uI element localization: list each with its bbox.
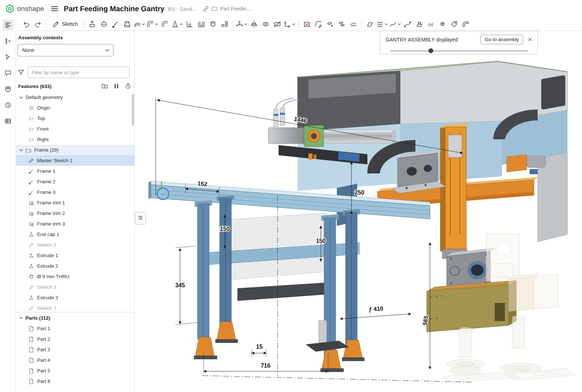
insert-panel-button[interactable] <box>3 36 13 47</box>
helix-button[interactable] <box>375 19 388 29</box>
part-row-4[interactable]: Part 4 <box>16 355 134 365</box>
tree-item-frame-3[interactable]: Frame 3 <box>16 187 134 197</box>
part-row-3[interactable]: Part 3 <box>16 344 134 355</box>
share-link-icon[interactable] <box>203 5 209 12</box>
tree-folder-frame[interactable]: Frame (29) <box>16 145 134 155</box>
circular-pattern-button[interactable] <box>235 19 248 29</box>
sheet-metal-button[interactable] <box>460 19 471 29</box>
parts-header-row[interactable]: Parts (112) <box>16 312 134 323</box>
document-version[interactable]: B3 - Sand... <box>168 6 197 12</box>
tree-item-extrude-2[interactable]: Extrude 2 <box>16 261 134 271</box>
tree-item-extrude-1[interactable]: Extrude 1 <box>16 250 134 261</box>
curve-button[interactable] <box>388 19 402 29</box>
app-header: onshape Part Feeding Machine Gantry B3 -… <box>0 0 582 17</box>
tree-item-frame-trim-3[interactable]: Frame trim 3 <box>16 219 134 229</box>
part-row-1[interactable]: Part 1 <box>16 323 134 334</box>
draft-button[interactable] <box>171 19 184 29</box>
tree-item-extrude-3[interactable]: Extrude 3 <box>16 292 134 303</box>
boolean-button[interactable] <box>260 19 271 29</box>
tree-item-end-cap-1[interactable]: End cap 1 <box>16 229 134 240</box>
derived-button[interactable] <box>436 19 448 29</box>
tree-scrollbar[interactable] <box>132 94 134 125</box>
bom-panel-button[interactable] <box>3 116 13 127</box>
transform-button[interactable] <box>283 19 296 29</box>
close-icon[interactable]: ✕ <box>527 36 533 43</box>
loft-button[interactable] <box>121 19 133 29</box>
redo-button[interactable] <box>32 19 44 29</box>
tree-item-default-geometry[interactable]: Default geometry <box>16 92 134 103</box>
tree-item-frame-2[interactable]: Frame 2 <box>16 176 134 187</box>
chevron-down-icon <box>19 95 23 100</box>
tree-item-top-plane[interactable]: Top <box>16 113 134 124</box>
breadcrumb[interactable]: Part Feedin... <box>220 6 251 12</box>
dim-15: 15 <box>256 344 263 350</box>
feature-list-panel-button[interactable] <box>3 20 13 31</box>
onshape-logo[interactable]: onshape <box>5 4 44 13</box>
fillet-button[interactable] <box>146 19 159 29</box>
filter-input[interactable] <box>28 67 129 78</box>
viewport-3d[interactable]: 1446 152 250 150 150 345 ƒ 410 565 15 71… <box>135 31 582 392</box>
rib-button[interactable] <box>184 19 195 29</box>
modify-fillet-button[interactable] <box>312 19 324 29</box>
hamburger-menu-icon[interactable] <box>51 5 59 13</box>
part-row-2[interactable]: Part 2 <box>16 334 134 344</box>
extrude-button[interactable] <box>86 19 98 29</box>
tree-item-origin[interactable]: Origin <box>16 103 134 113</box>
thicken-button[interactable] <box>133 19 146 29</box>
sweep-button[interactable] <box>109 19 121 29</box>
model-panel-button[interactable] <box>3 84 13 95</box>
chevron-down-icon <box>19 316 23 320</box>
context-history-slider[interactable] <box>390 48 528 53</box>
mirror-button[interactable] <box>248 19 260 29</box>
tree-item-sketch-3[interactable]: Sketch 3 <box>16 282 134 292</box>
variable-button[interactable]: (x) <box>425 19 436 29</box>
tree-item-frame-trim-2[interactable]: Frame trim 2 <box>16 208 134 219</box>
select-panel-button[interactable] <box>3 52 13 63</box>
document-title: Part Feeding Machine Gantry <box>64 5 164 13</box>
feature-tree: Default geometry Origin Top Front Right <box>16 92 134 312</box>
project-curve-button[interactable] <box>413 19 425 29</box>
chamfer-button[interactable] <box>159 19 171 29</box>
tree-item-front-plane[interactable]: Front <box>16 124 134 134</box>
tree-item-sketch-7[interactable]: Sketch 7 <box>16 303 134 312</box>
tag-button[interactable] <box>448 19 460 29</box>
slider-track[interactable] <box>390 51 528 51</box>
toolbar-divider <box>232 20 233 28</box>
offset-surface-button[interactable] <box>347 19 359 29</box>
plane-button[interactable] <box>364 19 375 29</box>
revolve-button[interactable] <box>98 19 109 29</box>
suppress-pause-button[interactable] <box>114 83 119 89</box>
filter-funnel-icon[interactable] <box>17 69 25 76</box>
new-folder-button[interactable] <box>101 83 108 89</box>
part-row-5[interactable]: Part 5 <box>16 365 134 376</box>
rollback-timer-button[interactable] <box>125 83 131 89</box>
canvas-flyout-toggle[interactable] <box>135 212 146 224</box>
tree-item-master-sketch-1[interactable]: Master Sketch 1 <box>16 155 134 166</box>
delete-part-button[interactable] <box>301 19 312 29</box>
replace-face-button[interactable] <box>336 19 347 29</box>
move-face-button[interactable] <box>324 19 336 29</box>
split-button[interactable] <box>271 19 283 29</box>
chevron-down-icon <box>244 23 247 26</box>
fit-spline-button[interactable] <box>402 19 413 29</box>
sketch-button[interactable]: Sketch <box>48 19 81 29</box>
tree-item-frame-1[interactable]: Frame 1 <box>16 166 134 176</box>
trim-feature-icon <box>28 221 34 227</box>
undo-button[interactable] <box>20 19 32 29</box>
shell-button[interactable] <box>195 19 207 29</box>
floor-stand[interactable] <box>148 181 430 372</box>
tree-item-right-plane[interactable]: Right <box>16 134 134 145</box>
go-to-assembly-button[interactable]: Go to assembly <box>481 35 523 44</box>
part-row-6[interactable]: Part 6 <box>16 376 134 387</box>
linear-pattern-button[interactable] <box>219 19 230 29</box>
tree-item-frame-trim-1[interactable]: Frame trim 1 <box>16 197 134 208</box>
tree-item-sketch-2[interactable]: Sketch 2 <box>16 240 134 250</box>
history-panel-button[interactable] <box>3 100 13 111</box>
slider-handle[interactable] <box>428 48 433 53</box>
hole-button[interactable] <box>207 19 219 29</box>
part-icon <box>28 347 34 353</box>
toolbar-divider <box>84 20 84 28</box>
comments-panel-button[interactable] <box>3 68 13 79</box>
tree-item-hole-9mm-thru[interactable]: Ø 9 mm THRU <box>16 271 134 282</box>
assembly-context-select[interactable]: None <box>17 44 113 56</box>
